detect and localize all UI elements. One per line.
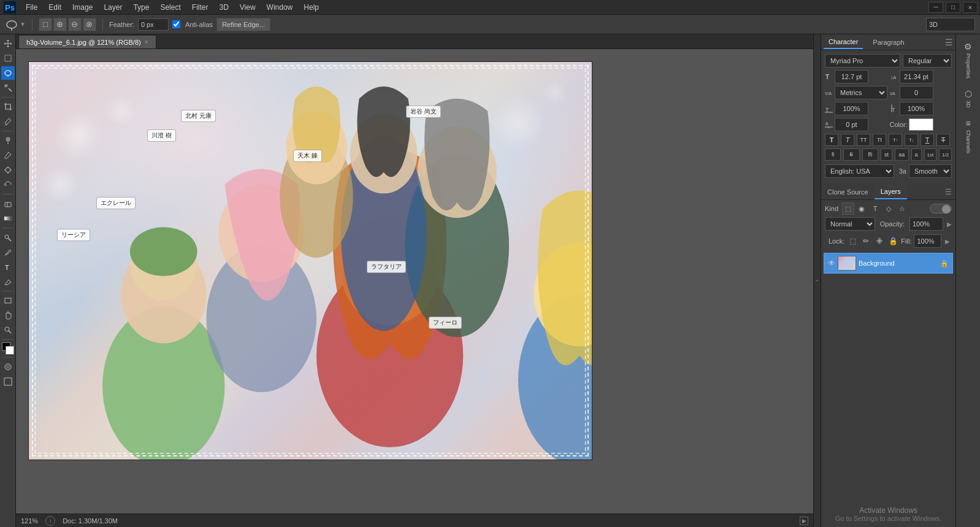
- character-tab[interactable]: Character: [824, 36, 863, 49]
- paragraph-tab[interactable]: Paragraph: [868, 36, 909, 48]
- character-panel-menu[interactable]: ☰: [945, 37, 953, 47]
- opacity-arrow[interactable]: ▶: [947, 221, 952, 228]
- refine-edge-btn[interactable]: Refine Edge...: [216, 18, 270, 31]
- layers-tab[interactable]: Layers: [875, 184, 907, 199]
- layer-visibility-toggle[interactable]: 👁: [828, 259, 835, 267]
- intersect-selection-btn[interactable]: ⊗: [83, 18, 96, 31]
- filter-shape-btn[interactable]: ◇: [882, 202, 895, 215]
- lock-transparent-btn[interactable]: ⬚: [847, 236, 858, 247]
- all-caps-btn[interactable]: TT: [857, 134, 870, 146]
- font-size-input[interactable]: [835, 70, 868, 83]
- document-tab[interactable]: h3g-Volume_6.1.jpg @ 121% (RGB/8) ×: [18, 35, 156, 48]
- history-brush-tool[interactable]: [1, 178, 15, 191]
- new-selection-btn[interactable]: □: [39, 18, 52, 31]
- antialias-checkbox[interactable]: [172, 20, 180, 28]
- font-family-dropdown[interactable]: Myriad Pro: [825, 54, 900, 67]
- zoom-tool[interactable]: [1, 323, 15, 337]
- lock-image-btn[interactable]: ✏: [860, 236, 871, 247]
- lock-position-btn[interactable]: ✙: [874, 236, 885, 247]
- horizontal-scale-input[interactable]: [835, 102, 868, 115]
- filter-smart-btn[interactable]: ☆: [896, 202, 908, 215]
- italic-btn[interactable]: T: [841, 134, 854, 146]
- brush-tool[interactable]: [1, 148, 15, 162]
- tracking-input[interactable]: [900, 86, 933, 99]
- threed-input[interactable]: [926, 18, 975, 31]
- clone-stamp-tool[interactable]: [1, 163, 15, 177]
- healing-brush-tool[interactable]: [1, 134, 15, 147]
- fraction-btn[interactable]: aa: [895, 148, 909, 161]
- superscript-btn[interactable]: T↑: [889, 134, 902, 146]
- menu-select[interactable]: Select: [155, 2, 185, 13]
- menu-type[interactable]: Type: [128, 2, 154, 13]
- antialiasing-dropdown[interactable]: Smooth: [909, 164, 952, 178]
- titling-btn[interactable]: 1/2: [939, 148, 952, 161]
- ordinal-btn[interactable]: a: [911, 148, 922, 161]
- add-selection-btn[interactable]: ⊕: [53, 18, 67, 31]
- oldstyle-btn[interactable]: ffi: [862, 148, 878, 161]
- subscript-btn[interactable]: T↓: [905, 134, 918, 146]
- background-color[interactable]: [6, 346, 14, 355]
- hand-tool[interactable]: [1, 309, 15, 322]
- screen-mode-btn[interactable]: [1, 375, 15, 388]
- bold-btn[interactable]: T: [825, 134, 838, 146]
- language-dropdown[interactable]: English: USA: [825, 164, 894, 178]
- lasso-tool[interactable]: [1, 66, 15, 80]
- eyedropper-tool[interactable]: [1, 115, 15, 128]
- menu-edit[interactable]: Edit: [44, 2, 66, 13]
- blend-mode-dropdown[interactable]: Normal: [825, 217, 875, 231]
- opacity-input[interactable]: [909, 217, 943, 231]
- menu-3d[interactable]: 3D: [214, 2, 233, 13]
- filter-toggle[interactable]: [930, 204, 952, 213]
- stylistic-btn[interactable]: st: [881, 148, 892, 161]
- properties-panel-btn[interactable]: ⚙ Properties: [956, 37, 980, 83]
- dodge-tool[interactable]: [1, 231, 15, 244]
- kerning-dropdown[interactable]: Metrics: [835, 86, 887, 99]
- fill-input[interactable]: [914, 234, 941, 248]
- path-selection-tool[interactable]: [1, 275, 15, 288]
- filter-pixel-btn[interactable]: ⬚: [842, 202, 854, 215]
- filter-type-btn[interactable]: T: [869, 202, 881, 215]
- pen-tool[interactable]: [1, 245, 15, 259]
- feather-input[interactable]: [138, 18, 169, 31]
- menu-file[interactable]: File: [21, 2, 42, 13]
- color-swatches[interactable]: [2, 342, 14, 355]
- menu-filter[interactable]: Filter: [187, 2, 213, 13]
- strikethrough-btn[interactable]: T: [936, 134, 950, 146]
- fill-arrow[interactable]: ▶: [945, 238, 950, 245]
- menu-help[interactable]: Help: [299, 2, 324, 13]
- threed-panel-btn[interactable]: ⬡ 3D: [956, 84, 980, 113]
- rectangle-tool[interactable]: [1, 294, 15, 307]
- menu-image[interactable]: Image: [67, 2, 98, 13]
- filter-adjust-btn[interactable]: ◉: [856, 202, 868, 215]
- layers-panel-menu[interactable]: ☰: [945, 188, 955, 196]
- vertical-scale-input[interactable]: [900, 102, 933, 115]
- swash-btn[interactable]: 1st: [924, 148, 937, 161]
- rectangular-marquee-tool[interactable]: [1, 52, 15, 65]
- close-btn[interactable]: ×: [963, 2, 978, 13]
- menu-layer[interactable]: Layer: [99, 2, 127, 13]
- magic-wand-tool[interactable]: [1, 81, 15, 94]
- channels-panel-btn[interactable]: ≡ Channels: [956, 113, 980, 158]
- font-style-dropdown[interactable]: Regular: [903, 54, 952, 67]
- lock-all-btn[interactable]: 🔒: [887, 236, 898, 247]
- text-color-swatch[interactable]: [909, 118, 933, 131]
- minimize-btn[interactable]: ─: [928, 2, 943, 13]
- menu-window[interactable]: Window: [262, 2, 298, 13]
- eraser-tool[interactable]: [1, 197, 15, 210]
- crop-tool[interactable]: [1, 100, 15, 113]
- no-ligature-btn[interactable]: fi̶: [843, 148, 859, 161]
- quick-mask-btn[interactable]: [1, 360, 15, 374]
- status-arrow-btn[interactable]: ▶: [800, 517, 808, 525]
- small-caps-btn[interactable]: Tt: [873, 134, 886, 146]
- type-tool[interactable]: T: [1, 260, 15, 274]
- move-tool[interactable]: [1, 37, 15, 50]
- leading-input[interactable]: [900, 70, 933, 83]
- maximize-btn[interactable]: □: [946, 2, 960, 13]
- clone-source-tab[interactable]: Clone Source: [821, 184, 875, 199]
- status-info-btn[interactable]: i: [45, 516, 55, 526]
- gradient-tool[interactable]: [1, 212, 15, 225]
- underline-btn[interactable]: T: [921, 134, 934, 146]
- canvas-container[interactable]: 北村 元康 川澄 樹 エクレール リーシア ラフタリア フィーロ 岩谷 尚文 天…: [16, 49, 813, 514]
- ligature-btn[interactable]: fi: [825, 148, 841, 161]
- background-layer-item[interactable]: 👁 Background 🔒: [824, 253, 953, 274]
